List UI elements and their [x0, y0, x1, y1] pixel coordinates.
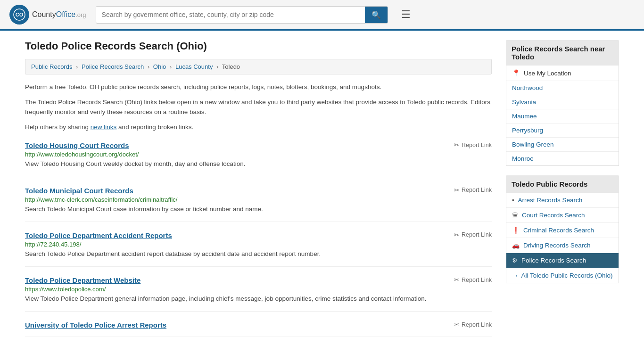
report-link-button[interactable]: ✂ Report Link: [454, 141, 492, 148]
logo[interactable]: CO CountyOffice.org: [9, 5, 86, 25]
public-records-item-icon: 🏛: [512, 212, 518, 219]
record-entry: University of Toledo Police Arrest Repor…: [25, 321, 492, 337]
breadcrumb-item-public-records[interactable]: Public Records: [31, 63, 72, 70]
record-title[interactable]: Toledo Housing Court Records: [25, 141, 129, 149]
nearby-city-link[interactable]: Perrysburg: [506, 123, 619, 138]
location-pin-icon: 📍: [512, 69, 520, 77]
description-para3: Help others by sharing new links and rep…: [25, 122, 492, 132]
nearby-cities-list: NorthwoodSylvaniaMaumeePerrysburgBowling…: [506, 81, 619, 165]
record-title[interactable]: Toledo Police Department Accident Report…: [25, 231, 172, 239]
public-records-header: Toledo Public Records: [506, 175, 619, 193]
all-records-label: All Toledo Public Records (Ohio): [521, 272, 613, 279]
hamburger-menu-button[interactable]: ☰: [397, 8, 414, 22]
public-records-section: Toledo Public Records ▪Arrest Records Se…: [506, 175, 619, 283]
public-records-item-icon: ⚙: [512, 257, 518, 264]
description-para1: Perform a free Toledo, OH public police …: [25, 82, 492, 92]
public-records-item[interactable]: ❗Criminal Records Search: [506, 223, 619, 238]
records-list: Toledo Housing Court Records✂ Report Lin…: [25, 141, 492, 337]
report-icon: ✂: [454, 187, 459, 194]
nearby-city-link[interactable]: Bowling Green: [506, 138, 619, 152]
nearby-section: Police Records Search near Toledo 📍 Use …: [506, 40, 619, 166]
page-title: Toledo Police Records Search (Ohio): [25, 40, 492, 52]
record-title[interactable]: Toledo Police Department Website: [25, 276, 140, 284]
breadcrumb-item-police-records-search[interactable]: Police Records Search: [82, 63, 144, 70]
search-bar: 🔍: [96, 6, 388, 24]
breadcrumb: Public Records › Police Records Search ›…: [25, 59, 492, 74]
report-link-button[interactable]: ✂ Report Link: [454, 187, 492, 194]
record-url[interactable]: https://www.toledopolice.com/: [25, 286, 492, 293]
public-records-item[interactable]: 🚗Driving Records Search: [506, 238, 619, 253]
nearby-city-link[interactable]: Maumee: [506, 109, 619, 123]
record-title[interactable]: University of Toledo Police Arrest Repor…: [25, 321, 166, 329]
public-records-item[interactable]: ▪Arrest Records Search: [506, 193, 619, 208]
record-entry: Toledo Housing Court Records✂ Report Lin…: [25, 141, 492, 177]
breadcrumb-item-ohio[interactable]: Ohio: [153, 63, 166, 70]
search-button[interactable]: 🔍: [365, 7, 388, 23]
public-records-items-list: ▪Arrest Records Search🏛Court Records Sea…: [506, 193, 619, 268]
public-records-item-icon: 🚗: [512, 242, 520, 249]
nearby-city-link[interactable]: Sylvania: [506, 95, 619, 109]
nearby-header: Police Records Search near Toledo: [506, 40, 619, 66]
record-url[interactable]: http://www.toledohousingcourt.org/docket…: [25, 151, 492, 158]
report-icon: ✂: [454, 141, 459, 148]
public-records-item[interactable]: 🏛Court Records Search: [506, 208, 619, 223]
record-entry: Toledo Police Department Website✂ Report…: [25, 276, 492, 312]
arrow-right-icon: →: [512, 272, 519, 279]
report-link-button[interactable]: ✂ Report Link: [454, 276, 492, 283]
report-icon: ✂: [454, 321, 459, 328]
record-entry: Toledo Municipal Court Records✂ Report L…: [25, 187, 492, 222]
record-description: View Toledo Police Department general in…: [25, 294, 492, 304]
logo-icon: CO: [9, 5, 29, 25]
logo-text: CountyOffice.org: [32, 10, 86, 19]
use-my-location-label: Use My Location: [524, 70, 571, 77]
report-icon: ✂: [454, 276, 459, 283]
record-entry: Toledo Police Department Accident Report…: [25, 231, 492, 267]
record-title[interactable]: Toledo Municipal Court Records: [25, 187, 133, 195]
report-icon: ✂: [454, 231, 459, 239]
nearby-city-link[interactable]: Monroe: [506, 152, 619, 165]
record-url[interactable]: http://www.tmc-clerk.com/caseinformation…: [25, 196, 492, 203]
breadcrumb-item-toledo: Toledo: [222, 63, 240, 70]
breadcrumb-item-lucas-county[interactable]: Lucas County: [175, 63, 213, 70]
report-link-button[interactable]: ✂ Report Link: [454, 231, 492, 239]
public-records-item-label[interactable]: Police Records Search: [521, 257, 586, 264]
record-description: Search Toledo Police Department accident…: [25, 249, 492, 259]
nearby-content: 📍 Use My Location NorthwoodSylvaniaMaume…: [506, 66, 619, 166]
public-records-item[interactable]: ⚙Police Records Search: [506, 253, 619, 268]
record-url[interactable]: http://72.240.45.198/: [25, 241, 492, 248]
public-records-item-label[interactable]: Court Records Search: [522, 212, 585, 219]
public-records-content: ▪Arrest Records Search🏛Court Records Sea…: [506, 193, 619, 283]
use-my-location-item[interactable]: 📍 Use My Location: [506, 66, 619, 81]
public-records-item-label[interactable]: Criminal Records Search: [523, 227, 594, 234]
description-para2: The Toledo Police Records Search (Ohio) …: [25, 97, 492, 117]
record-description: View Toledo Housing Court weekly docket …: [25, 159, 492, 169]
public-records-item-label[interactable]: Driving Records Search: [523, 242, 591, 249]
public-records-item-icon: ❗: [512, 227, 520, 234]
all-records-link[interactable]: → All Toledo Public Records (Ohio): [506, 268, 619, 283]
record-description: Search Toledo Municipal Court case infor…: [25, 205, 492, 214]
public-records-item-icon: ▪: [512, 197, 514, 204]
new-links-link[interactable]: new links: [91, 123, 117, 131]
public-records-item-label[interactable]: Arrest Records Search: [518, 197, 583, 204]
svg-text:CO: CO: [16, 12, 24, 17]
report-link-button[interactable]: ✂ Report Link: [454, 321, 492, 328]
search-input[interactable]: [96, 7, 365, 22]
nearby-city-link[interactable]: Northwood: [506, 81, 619, 95]
